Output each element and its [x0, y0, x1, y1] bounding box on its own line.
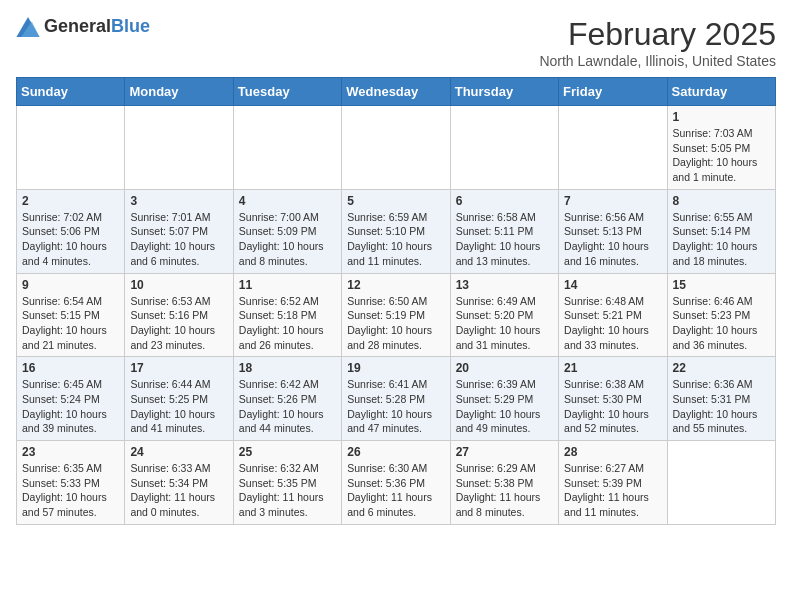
day-info: Sunrise: 6:56 AM Sunset: 5:13 PM Dayligh… — [564, 210, 661, 269]
day-info: Sunrise: 6:58 AM Sunset: 5:11 PM Dayligh… — [456, 210, 553, 269]
calendar-cell — [667, 441, 775, 525]
header-tuesday: Tuesday — [233, 78, 341, 106]
calendar-cell: 8Sunrise: 6:55 AM Sunset: 5:14 PM Daylig… — [667, 189, 775, 273]
day-number: 11 — [239, 278, 336, 292]
calendar-cell: 18Sunrise: 6:42 AM Sunset: 5:26 PM Dayli… — [233, 357, 341, 441]
day-info: Sunrise: 6:49 AM Sunset: 5:20 PM Dayligh… — [456, 294, 553, 353]
day-info: Sunrise: 6:48 AM Sunset: 5:21 PM Dayligh… — [564, 294, 661, 353]
day-info: Sunrise: 6:55 AM Sunset: 5:14 PM Dayligh… — [673, 210, 770, 269]
day-number: 17 — [130, 361, 227, 375]
day-number: 25 — [239, 445, 336, 459]
day-number: 7 — [564, 194, 661, 208]
calendar-cell: 11Sunrise: 6:52 AM Sunset: 5:18 PM Dayli… — [233, 273, 341, 357]
day-number: 2 — [22, 194, 119, 208]
day-number: 26 — [347, 445, 444, 459]
day-info: Sunrise: 6:36 AM Sunset: 5:31 PM Dayligh… — [673, 377, 770, 436]
day-number: 20 — [456, 361, 553, 375]
calendar-table: SundayMondayTuesdayWednesdayThursdayFrid… — [16, 77, 776, 525]
day-info: Sunrise: 6:53 AM Sunset: 5:16 PM Dayligh… — [130, 294, 227, 353]
day-number: 3 — [130, 194, 227, 208]
day-info: Sunrise: 6:30 AM Sunset: 5:36 PM Dayligh… — [347, 461, 444, 520]
calendar-cell: 17Sunrise: 6:44 AM Sunset: 5:25 PM Dayli… — [125, 357, 233, 441]
day-info: Sunrise: 6:46 AM Sunset: 5:23 PM Dayligh… — [673, 294, 770, 353]
location-title: North Lawndale, Illinois, United States — [539, 53, 776, 69]
calendar-cell: 22Sunrise: 6:36 AM Sunset: 5:31 PM Dayli… — [667, 357, 775, 441]
day-number: 13 — [456, 278, 553, 292]
day-number: 10 — [130, 278, 227, 292]
calendar-week-2: 2Sunrise: 7:02 AM Sunset: 5:06 PM Daylig… — [17, 189, 776, 273]
day-number: 21 — [564, 361, 661, 375]
calendar-cell: 16Sunrise: 6:45 AM Sunset: 5:24 PM Dayli… — [17, 357, 125, 441]
day-info: Sunrise: 6:39 AM Sunset: 5:29 PM Dayligh… — [456, 377, 553, 436]
calendar-cell: 1Sunrise: 7:03 AM Sunset: 5:05 PM Daylig… — [667, 106, 775, 190]
day-info: Sunrise: 6:41 AM Sunset: 5:28 PM Dayligh… — [347, 377, 444, 436]
calendar-cell: 20Sunrise: 6:39 AM Sunset: 5:29 PM Dayli… — [450, 357, 558, 441]
logo-icon — [16, 17, 40, 37]
day-number: 14 — [564, 278, 661, 292]
calendar-cell — [342, 106, 450, 190]
header-wednesday: Wednesday — [342, 78, 450, 106]
calendar-cell: 4Sunrise: 7:00 AM Sunset: 5:09 PM Daylig… — [233, 189, 341, 273]
calendar-cell — [17, 106, 125, 190]
calendar-cell — [125, 106, 233, 190]
calendar-week-3: 9Sunrise: 6:54 AM Sunset: 5:15 PM Daylig… — [17, 273, 776, 357]
day-info: Sunrise: 6:44 AM Sunset: 5:25 PM Dayligh… — [130, 377, 227, 436]
day-number: 16 — [22, 361, 119, 375]
day-info: Sunrise: 6:35 AM Sunset: 5:33 PM Dayligh… — [22, 461, 119, 520]
day-info: Sunrise: 6:50 AM Sunset: 5:19 PM Dayligh… — [347, 294, 444, 353]
calendar-week-1: 1Sunrise: 7:03 AM Sunset: 5:05 PM Daylig… — [17, 106, 776, 190]
day-info: Sunrise: 6:42 AM Sunset: 5:26 PM Dayligh… — [239, 377, 336, 436]
day-info: Sunrise: 7:01 AM Sunset: 5:07 PM Dayligh… — [130, 210, 227, 269]
calendar-cell — [559, 106, 667, 190]
day-number: 15 — [673, 278, 770, 292]
header-friday: Friday — [559, 78, 667, 106]
day-number: 22 — [673, 361, 770, 375]
day-info: Sunrise: 6:38 AM Sunset: 5:30 PM Dayligh… — [564, 377, 661, 436]
page-header: GeneralBlue February 2025 North Lawndale… — [16, 16, 776, 69]
calendar-cell: 14Sunrise: 6:48 AM Sunset: 5:21 PM Dayli… — [559, 273, 667, 357]
day-info: Sunrise: 6:27 AM Sunset: 5:39 PM Dayligh… — [564, 461, 661, 520]
calendar-header-row: SundayMondayTuesdayWednesdayThursdayFrid… — [17, 78, 776, 106]
day-info: Sunrise: 6:45 AM Sunset: 5:24 PM Dayligh… — [22, 377, 119, 436]
day-number: 23 — [22, 445, 119, 459]
calendar-cell: 3Sunrise: 7:01 AM Sunset: 5:07 PM Daylig… — [125, 189, 233, 273]
calendar-week-4: 16Sunrise: 6:45 AM Sunset: 5:24 PM Dayli… — [17, 357, 776, 441]
day-number: 9 — [22, 278, 119, 292]
day-number: 12 — [347, 278, 444, 292]
day-number: 8 — [673, 194, 770, 208]
day-info: Sunrise: 6:54 AM Sunset: 5:15 PM Dayligh… — [22, 294, 119, 353]
calendar-cell: 9Sunrise: 6:54 AM Sunset: 5:15 PM Daylig… — [17, 273, 125, 357]
day-number: 6 — [456, 194, 553, 208]
title-block: February 2025 North Lawndale, Illinois, … — [539, 16, 776, 69]
day-info: Sunrise: 7:03 AM Sunset: 5:05 PM Dayligh… — [673, 126, 770, 185]
calendar-cell: 19Sunrise: 6:41 AM Sunset: 5:28 PM Dayli… — [342, 357, 450, 441]
calendar-cell: 10Sunrise: 6:53 AM Sunset: 5:16 PM Dayli… — [125, 273, 233, 357]
day-number: 18 — [239, 361, 336, 375]
logo: GeneralBlue — [16, 16, 150, 37]
calendar-week-5: 23Sunrise: 6:35 AM Sunset: 5:33 PM Dayli… — [17, 441, 776, 525]
day-info: Sunrise: 6:33 AM Sunset: 5:34 PM Dayligh… — [130, 461, 227, 520]
day-info: Sunrise: 7:02 AM Sunset: 5:06 PM Dayligh… — [22, 210, 119, 269]
calendar-cell: 21Sunrise: 6:38 AM Sunset: 5:30 PM Dayli… — [559, 357, 667, 441]
day-info: Sunrise: 6:32 AM Sunset: 5:35 PM Dayligh… — [239, 461, 336, 520]
calendar-cell: 23Sunrise: 6:35 AM Sunset: 5:33 PM Dayli… — [17, 441, 125, 525]
calendar-cell: 5Sunrise: 6:59 AM Sunset: 5:10 PM Daylig… — [342, 189, 450, 273]
calendar-cell: 7Sunrise: 6:56 AM Sunset: 5:13 PM Daylig… — [559, 189, 667, 273]
calendar-cell: 12Sunrise: 6:50 AM Sunset: 5:19 PM Dayli… — [342, 273, 450, 357]
month-title: February 2025 — [539, 16, 776, 53]
day-info: Sunrise: 6:52 AM Sunset: 5:18 PM Dayligh… — [239, 294, 336, 353]
calendar-cell: 24Sunrise: 6:33 AM Sunset: 5:34 PM Dayli… — [125, 441, 233, 525]
calendar-cell — [233, 106, 341, 190]
calendar-cell: 28Sunrise: 6:27 AM Sunset: 5:39 PM Dayli… — [559, 441, 667, 525]
header-monday: Monday — [125, 78, 233, 106]
calendar-cell: 25Sunrise: 6:32 AM Sunset: 5:35 PM Dayli… — [233, 441, 341, 525]
day-number: 5 — [347, 194, 444, 208]
header-sunday: Sunday — [17, 78, 125, 106]
day-number: 19 — [347, 361, 444, 375]
day-info: Sunrise: 6:59 AM Sunset: 5:10 PM Dayligh… — [347, 210, 444, 269]
day-number: 4 — [239, 194, 336, 208]
calendar-cell: 2Sunrise: 7:02 AM Sunset: 5:06 PM Daylig… — [17, 189, 125, 273]
header-saturday: Saturday — [667, 78, 775, 106]
header-thursday: Thursday — [450, 78, 558, 106]
calendar-cell: 15Sunrise: 6:46 AM Sunset: 5:23 PM Dayli… — [667, 273, 775, 357]
